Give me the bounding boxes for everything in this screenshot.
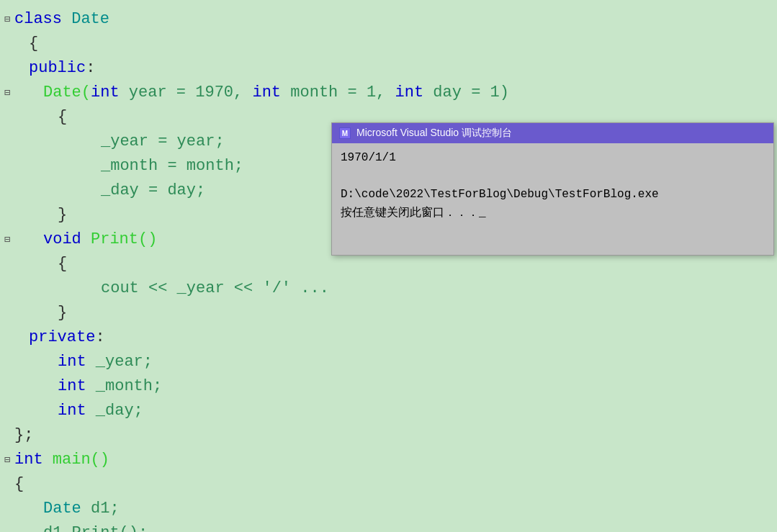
type-int-month: int: [58, 377, 86, 395]
line-8-content: _day = day;: [14, 179, 205, 203]
code-line-15: int _year;: [0, 350, 777, 374]
code-line-19: ⊟ int main(): [0, 448, 777, 472]
code-line-18: };: [0, 423, 777, 448]
line-7-content: _month = month;: [14, 154, 243, 179]
fn-print: Print(): [91, 230, 157, 248]
debug-console: M Microsoft Visual Studio 调试控制台 1970/1/1…: [331, 122, 774, 256]
debug-output-line1: 1970/1/1: [341, 149, 765, 168]
assign-year: _year = year;: [101, 132, 225, 150]
fold-btn-19[interactable]: ⊟: [0, 453, 14, 467]
colon-public: :: [86, 59, 95, 77]
field-year: _year;: [86, 353, 153, 371]
param-day-val: day = 1): [423, 84, 509, 102]
code-line-13: }: [0, 301, 777, 325]
vs-icon: M: [339, 127, 351, 139]
colon-private: :: [95, 328, 104, 346]
debug-console-titlebar: M Microsoft Visual Studio 调试控制台: [332, 123, 773, 143]
code-line-20: {: [0, 472, 777, 497]
var-d1: d1;: [91, 500, 120, 518]
field-month: _month;: [86, 377, 163, 395]
line-22-content: d1.Print();: [14, 521, 148, 532]
keyword-class: class: [14, 10, 71, 28]
code-line-12: cout << _year << '/' ...: [0, 276, 777, 301]
code-line-17: int _day;: [0, 399, 777, 423]
cout-ellipsis: ...: [291, 279, 329, 297]
code-line-4: ⊟ Date(int year = 1970, int month = 1, i…: [0, 81, 777, 105]
param-int-day: int: [395, 84, 424, 102]
param-month-val: month = 1,: [281, 84, 395, 102]
assign-day: _day = day;: [101, 181, 205, 199]
code-line-3: public:: [0, 56, 777, 81]
code-line-22: d1.Print();: [0, 521, 777, 532]
classname-date: Date: [71, 10, 109, 28]
fn-date-constructor: Date(: [43, 84, 91, 102]
brace-open-1: {: [29, 35, 38, 53]
code-container: ⊟ class Date { public: ⊟ Date(int year =…: [0, 0, 777, 532]
type-int-year: int: [58, 353, 86, 371]
line-21-content: Date d1;: [14, 497, 120, 521]
line-18-content: };: [14, 423, 33, 448]
code-line-2: {: [0, 32, 777, 56]
code-line-16: int _month;: [0, 374, 777, 399]
line-5-content: {: [14, 105, 67, 130]
assign-month: _month = month;: [101, 157, 243, 175]
line-15-content: int _year;: [14, 350, 153, 374]
param-year-val: year = 1970,: [120, 84, 253, 102]
brace-open-2: {: [58, 108, 67, 126]
code-line-21: Date d1;: [0, 497, 777, 521]
cout-stmt: cout << _year << '/': [101, 279, 291, 297]
type-int-day: int: [58, 402, 86, 420]
field-day: _day;: [86, 402, 143, 420]
line-20-content: {: [14, 472, 24, 497]
keyword-private: private: [29, 328, 95, 346]
keyword-public: public: [29, 59, 86, 77]
keyword-int-main: int: [14, 451, 43, 469]
param-int-month: int: [252, 84, 281, 102]
main-brace-open: {: [14, 475, 24, 493]
fold-btn-10[interactable]: ⊟: [0, 233, 14, 247]
line-1-content: class Date: [14, 7, 109, 32]
line-14-content: private:: [14, 325, 105, 350]
param-int-year: int: [91, 84, 120, 102]
line-2-content: {: [14, 32, 38, 56]
line-12-content: cout << _year << '/' ...: [14, 276, 329, 301]
line-9-content: }: [14, 203, 67, 227]
line-10-content: void Print(): [14, 227, 157, 252]
fold-btn-4[interactable]: ⊟: [0, 86, 14, 100]
brace-open-3: {: [58, 255, 67, 273]
brace-close-3: }: [58, 304, 67, 322]
line-13-content: }: [14, 301, 67, 325]
line-19-content: int main(): [14, 448, 109, 472]
debug-console-title: Microsoft Visual Studio 调试控制台: [356, 127, 512, 140]
line-11-content: {: [14, 252, 67, 276]
fn-main: main(): [43, 451, 109, 469]
call-print: d1.Print();: [43, 524, 148, 532]
line-3-content: public:: [14, 56, 95, 81]
code-line-14: private:: [0, 325, 777, 350]
code-line-1: ⊟ class Date: [0, 7, 777, 32]
class-end: };: [14, 426, 33, 444]
type-date: Date: [43, 500, 91, 518]
line-17-content: int _day;: [14, 399, 143, 423]
line-16-content: int _month;: [14, 374, 162, 399]
brace-close-2: }: [58, 206, 67, 224]
line-4-content: Date(int year = 1970, int month = 1, int…: [14, 81, 509, 105]
fold-btn-1[interactable]: ⊟: [0, 12, 14, 27]
editor-area: ⊟ class Date { public: ⊟ Date(int year =…: [0, 0, 777, 532]
code-line-11: {: [0, 252, 777, 276]
debug-console-body: 1970/1/1 D:\code\2022\TestForBlog\Debug\…: [332, 143, 773, 228]
line-6-content: _year = year;: [14, 130, 225, 154]
debug-output-line2: [341, 168, 765, 186]
keyword-void: void: [43, 230, 91, 248]
debug-output-line3: D:\code\2022\TestForBlog\Debug\TestForBl…: [341, 186, 765, 204]
debug-output-line4: 按任意键关闭此窗口．．．_: [341, 204, 765, 223]
